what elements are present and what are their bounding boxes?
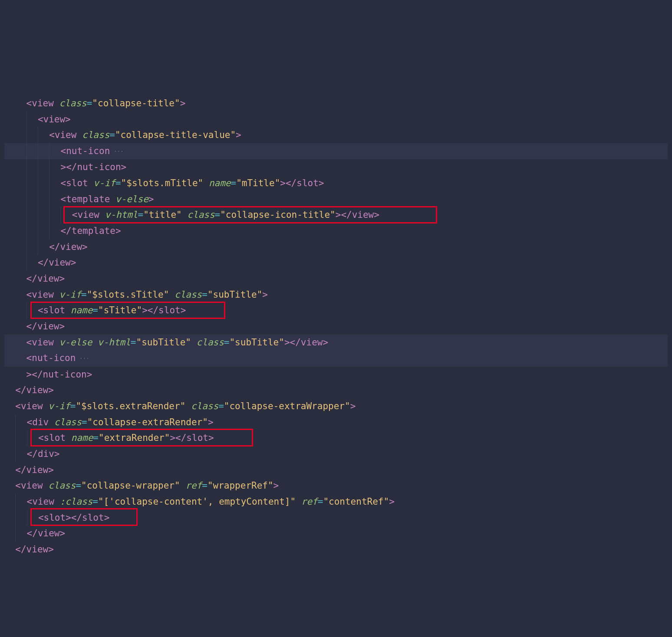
token-bracket: </ — [15, 465, 26, 475]
token-attr: v-if — [59, 289, 81, 300]
token-bracket: > — [115, 226, 121, 236]
code-line[interactable]: <slot v-if="$slots.mTitle" name="mTitle"… — [4, 175, 668, 191]
code-container: <view class="collapse-title"> <view> <vi… — [4, 95, 668, 558]
token-str: "extraRender" — [99, 433, 170, 443]
code-line[interactable]: </view> — [4, 271, 668, 287]
token-bracket: </ — [15, 544, 26, 555]
token-tag: view — [21, 480, 43, 491]
code-line[interactable]: </view> — [4, 462, 668, 478]
token-str: "sTitle" — [98, 305, 142, 315]
token-bracket: < — [38, 305, 43, 315]
token-str: "$slots.extraRender" — [76, 401, 185, 411]
token-bracket: > — [82, 242, 88, 252]
token-bracket: > — [54, 449, 60, 459]
token-tag: nut-icon — [32, 353, 76, 363]
token-eq: = — [70, 401, 76, 411]
code-line[interactable]: </view> — [4, 542, 668, 558]
code-line[interactable]: </view> — [4, 382, 668, 398]
token-bracket: </ — [27, 449, 38, 459]
token-attr: v-else — [59, 337, 92, 348]
token-bracket: </ — [71, 512, 82, 523]
token-eq: = — [231, 178, 236, 188]
token-bracket: > — [59, 273, 65, 284]
token-tag: view — [32, 337, 54, 348]
token-tag: view — [77, 210, 99, 220]
code-line[interactable]: <view v-else v-html="subTitle" class="su… — [4, 335, 668, 351]
token-attr: v-if — [48, 401, 70, 411]
token-plain — [203, 178, 209, 188]
code-line[interactable]: <view v-if="$slots.sTitle" class="subTit… — [4, 287, 668, 303]
code-line[interactable]: <div class="collapse-extraRender"> — [4, 414, 668, 430]
token-str: "subTitle" — [229, 337, 284, 348]
code-line[interactable]: ></nut-icon> — [4, 159, 668, 175]
token-eq: = — [81, 289, 87, 300]
token-tag: template — [72, 226, 115, 236]
token-bracket: < — [38, 114, 43, 125]
token-str: "collapse-wrapper" — [81, 480, 180, 491]
token-attr: name — [71, 433, 93, 443]
token-bracket: > — [262, 289, 268, 300]
code-line[interactable]: <nut-icon ··· — [4, 143, 668, 159]
token-tag: view — [32, 98, 54, 108]
token-plain — [180, 480, 186, 491]
code-line[interactable]: </view> — [4, 255, 668, 271]
token-tag: nut-icon — [66, 146, 110, 156]
code-editor[interactable]: <view class="collapse-title"> <view> <vi… — [0, 64, 672, 578]
code-line[interactable]: </template> — [4, 223, 668, 239]
token-eq: = — [202, 480, 208, 491]
code-line[interactable]: <slot name="extraRender"></slot> — [4, 430, 668, 446]
token-tag: nut-icon — [43, 369, 87, 380]
token-tag: slot — [296, 178, 319, 188]
token-tag: template — [66, 194, 110, 204]
token-tag: view — [32, 496, 54, 507]
token-tag: view — [301, 337, 323, 348]
token-bracket: < — [26, 289, 32, 300]
code-line[interactable]: <view :class="['collapse-content', empty… — [4, 494, 668, 510]
token-attr: class — [82, 130, 109, 140]
token-bracket: > — [48, 465, 54, 475]
token-bracket: </ — [27, 528, 38, 538]
code-line[interactable]: <view class="collapse-title"> — [4, 95, 668, 112]
token-fold: ··· — [76, 354, 89, 362]
code-line[interactable]: <view class="collapse-wrapper" ref="wrap… — [4, 478, 668, 494]
code-line[interactable]: <template v-else> — [4, 191, 668, 207]
token-plain — [43, 480, 49, 491]
code-line[interactable]: <view v-html="title" class="collapse-ico… — [4, 207, 668, 223]
token-bracket: < — [72, 210, 78, 220]
token-bracket: > — [65, 114, 71, 125]
token-attr: class — [187, 210, 214, 220]
token-attr: v-html — [98, 337, 131, 348]
token-bracket: > — [66, 512, 71, 523]
token-attr: class — [191, 401, 218, 411]
token-plain — [54, 496, 60, 507]
token-tag: view — [352, 210, 374, 220]
token-plain — [92, 337, 98, 348]
token-attr: class — [48, 480, 76, 491]
code-line[interactable]: ></nut-icon> — [4, 367, 668, 383]
token-tag: slot — [66, 178, 88, 188]
code-line[interactable]: <view class="collapse-title-value"> — [4, 127, 668, 143]
code-line[interactable]: <view v-if="$slots.extraRender" class="c… — [4, 398, 668, 414]
token-tag: view — [26, 385, 49, 395]
token-plain — [191, 337, 197, 348]
token-tag: slot — [44, 433, 66, 443]
code-line[interactable]: <slot name="sTitle"></slot> — [4, 302, 668, 318]
token-str: "$slots.sTitle" — [87, 289, 169, 300]
token-plain — [54, 289, 59, 300]
code-line[interactable]: </div> — [4, 446, 668, 462]
token-bracket: > — [280, 178, 286, 188]
token-str: "subTitle" — [136, 337, 191, 348]
code-line[interactable]: <nut-icon ··· — [4, 350, 668, 366]
code-line[interactable]: <view> — [4, 112, 668, 128]
token-bracket: </ — [32, 369, 43, 380]
token-eq: = — [92, 496, 98, 507]
token-tag: slot — [186, 433, 208, 443]
code-line[interactable]: </view> — [4, 318, 668, 335]
code-line[interactable]: </view> — [4, 525, 668, 542]
code-line[interactable]: <slot></slot> — [4, 510, 668, 526]
token-tag: view — [55, 130, 77, 140]
token-str: "subTitle" — [208, 289, 262, 300]
token-bracket: </ — [38, 257, 49, 268]
token-bracket: < — [49, 130, 55, 140]
code-line[interactable]: </view> — [4, 239, 668, 255]
